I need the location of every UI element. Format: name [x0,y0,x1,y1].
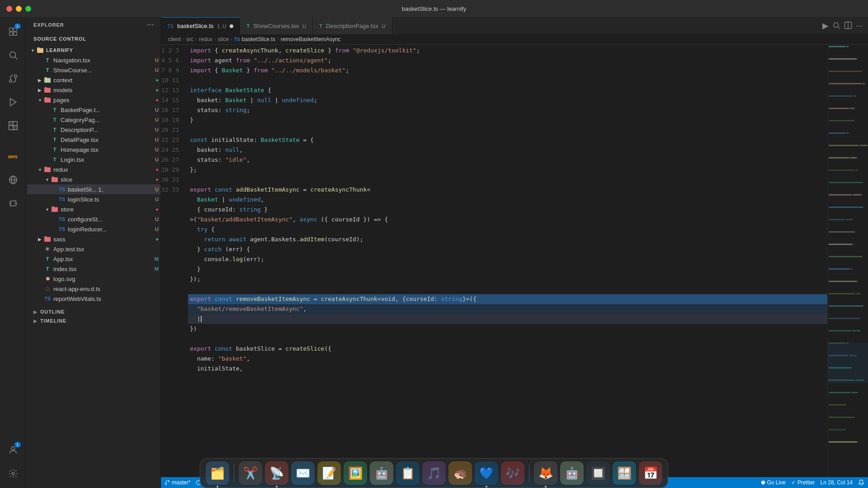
tab-file-icon: TS [167,23,174,29]
timeline-section[interactable]: ▶ TIMELINE [25,316,160,325]
activity-search[interactable] [2,44,24,66]
dock-item-android[interactable]: 🤖 [370,461,393,485]
file-name: BasketPage.t... [61,107,153,113]
go-live-item[interactable]: Go Live [761,479,786,486]
file-report[interactable]: TSreportWebVitals.ts [27,294,160,304]
file-index[interactable]: Tindex.tsxM [27,264,160,274]
close-button[interactable] [6,6,12,12]
ln-col-label: Ln 28, Col 14 [821,479,853,486]
code-editor[interactable]: import { createAsyncThunk, createSlice }… [184,45,827,477]
explorer-menu-icon[interactable]: ··· [147,21,154,29]
dock-item-music[interactable]: 🎶 [501,461,524,485]
dock-item-trello[interactable]: 📋 [396,461,420,485]
file-basketpage[interactable]: TBasketPage.t...U [27,105,160,115]
maximize-button[interactable] [25,6,31,12]
svg-icon: ✱ [43,275,52,283]
tab-showcourses[interactable]: T ShowCourses.tsx U [240,17,313,34]
activity-liveshare[interactable] [2,192,24,214]
file-app[interactable]: TApp.tsxM [27,254,160,264]
dock-item-calendar[interactable]: 📅 [639,461,662,485]
explorer-label: EXPLORER [33,22,64,28]
file-logo[interactable]: ✱logo.svg [27,274,160,284]
dock-item-firefox[interactable]: 🦊 [534,461,557,485]
breadcrumb-part[interactable]: slice [218,36,229,42]
file-homepage[interactable]: THomepage.tsxU [27,145,160,155]
editor-toolbar: ▶ ··· [817,17,868,34]
split-editor-button[interactable] [844,21,852,31]
run-button[interactable]: ▶ [822,21,829,31]
dock-item-notes[interactable]: 📝 [317,461,341,485]
activity-source-control[interactable] [2,68,24,89]
breadcrumb-file[interactable]: TS basketSlice.ts [234,36,275,42]
file-env[interactable]: ⬡react-app-env.d.ts [27,284,160,294]
dock-item-windows[interactable]: 🪟 [613,461,636,485]
code-line: basket: Basket | null | undefined; [188,95,827,105]
notification-bell[interactable] [858,479,864,486]
file-apptest[interactable]: ✳ App.test.tsx [27,244,160,254]
folder-badge: ● [156,87,159,93]
outline-section[interactable]: ▶ OUTLINE [25,307,160,316]
minimize-button[interactable] [16,6,22,12]
breadcrumb-part[interactable]: redux [199,36,212,42]
dock-item-photos[interactable]: 🖼️ [344,461,367,485]
chevron-icon: ▾ [36,96,43,103]
file-categorypage[interactable]: TCategoryPag...U [27,115,160,125]
dock-item-clipy[interactable]: ✂️ [239,461,262,485]
code-line: export const removeBasketItemAsync = cre… [188,294,827,304]
folder-pages[interactable]: ▾ pages ● [27,95,160,105]
folder-redux[interactable]: ▾ redux ● [27,164,160,174]
file-basketslice-active[interactable]: TS basketSli... 1, U [27,184,160,194]
dock-item-vlc[interactable]: 🦔 [448,461,472,485]
file-descriptionpage[interactable]: TDescriptionP...U [27,125,160,135]
activity-remote[interactable] [2,169,24,191]
file-loginslice[interactable]: TSloginSlice.tsU [27,194,160,204]
more-button[interactable]: ··· [856,21,863,31]
folder-icon [51,205,59,213]
chevron-icon: ▶ [33,310,38,314]
folder-sass[interactable]: ▶ sass ● [27,234,160,244]
search-button[interactable] [832,21,840,31]
prettier-item[interactable]: ✓ Prettier [791,479,815,486]
activity-extensions[interactable] [2,115,24,136]
tab-descriptionpage[interactable]: T DescriptionPage.tsx U [313,17,392,34]
file-configurestore[interactable]: TSconfigureSt...U [27,214,160,224]
line-numbers: 1 2 3 4 5 6 7 8 9 10 11 12 13 14 15 16 1… [161,45,184,477]
file-showcourses-tsx[interactable]: T ShowCourse... U [27,65,160,75]
separator-icon: › [231,36,232,42]
dock-item-mail[interactable]: ✉️ [291,461,315,485]
dock-item-android2[interactable]: 🤖 [560,461,584,485]
dock-item-finder[interactable]: 🗂️ [206,461,229,485]
breadcrumb-part[interactable]: client [168,36,181,42]
window-controls[interactable] [6,6,31,12]
activity-debug[interactable] [2,91,24,113]
ln-col-item[interactable]: Ln 28, Col 14 [821,479,853,486]
folder-context[interactable]: ▶ context ● [27,75,160,85]
chevron-icon: ▾ [43,176,51,183]
file-login[interactable]: TLogin.tsxU [27,155,160,164]
activity-settings[interactable] [2,463,24,484]
dock-item-music2[interactable]: 🎵 [422,461,446,485]
dock-item-livestream[interactable]: 📡 [265,461,288,485]
file-navigation-tsx[interactable]: T Navigation.tsx U [27,55,160,65]
file-detailpage[interactable]: TDetailPage.tsxU [27,135,160,145]
folder-name: context [53,77,154,84]
breadcrumb-symbol[interactable]: removeBasketItemAsync [281,36,341,42]
branch-item[interactable]: master* [165,479,190,486]
source-control-header[interactable]: SOURCE CONTROL [25,33,160,45]
folder-learnify[interactable]: ▾ LEARNIFY [27,45,160,55]
explorer-header[interactable]: EXPLORER ··· [25,17,160,33]
activity-explorer[interactable]: 1 [2,21,24,42]
code-line [188,334,827,344]
code-container: 1 2 3 4 5 6 7 8 9 10 11 12 13 14 15 16 1… [161,45,868,477]
folder-store[interactable]: ▾ store ● [27,204,160,214]
svg-point-14 [834,23,839,28]
dock-item-vscode[interactable]: 💙 [475,461,498,485]
dock-item-thing[interactable]: 🔲 [586,461,610,485]
folder-slice[interactable]: ▾ slice ● [27,174,160,184]
activity-aws[interactable]: aws [2,145,24,167]
tab-basketslice[interactable]: TS basketSlice.ts 1, U [161,17,240,34]
file-loginreducer[interactable]: TSloginReducer...U [27,224,160,234]
folder-models[interactable]: ▶ models ● [27,85,160,95]
breadcrumb-part[interactable]: src [186,36,193,42]
activity-account[interactable]: 1 [2,439,24,461]
